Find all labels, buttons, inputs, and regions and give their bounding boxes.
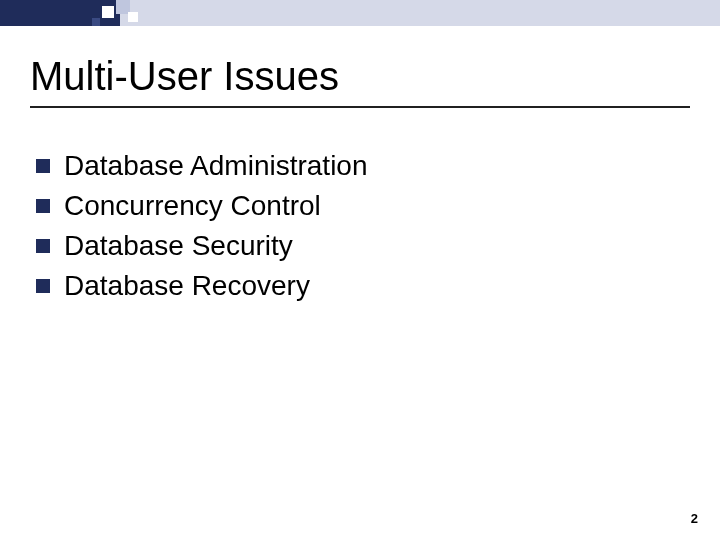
slide-title: Multi-User Issues xyxy=(30,54,339,99)
top-bar-light-segment xyxy=(120,0,720,26)
list-item: Database Security xyxy=(36,230,368,262)
list-item-label: Database Administration xyxy=(64,150,368,182)
bullet-list: Database Administration Concurrency Cont… xyxy=(36,150,368,310)
square-bullet-icon xyxy=(36,199,50,213)
decorative-square-icon xyxy=(102,6,114,18)
title-underline xyxy=(30,106,690,108)
slide: Multi-User Issues Database Administratio… xyxy=(0,0,720,540)
list-item: Database Recovery xyxy=(36,270,368,302)
decorative-square-icon xyxy=(92,18,100,26)
decorative-square-icon xyxy=(128,12,138,22)
square-bullet-icon xyxy=(36,159,50,173)
square-bullet-icon xyxy=(36,239,50,253)
list-item: Concurrency Control xyxy=(36,190,368,222)
list-item-label: Database Recovery xyxy=(64,270,310,302)
list-item-label: Concurrency Control xyxy=(64,190,321,222)
page-number: 2 xyxy=(691,511,698,526)
list-item-label: Database Security xyxy=(64,230,293,262)
top-decorative-bar xyxy=(0,0,720,26)
square-bullet-icon xyxy=(36,279,50,293)
list-item: Database Administration xyxy=(36,150,368,182)
